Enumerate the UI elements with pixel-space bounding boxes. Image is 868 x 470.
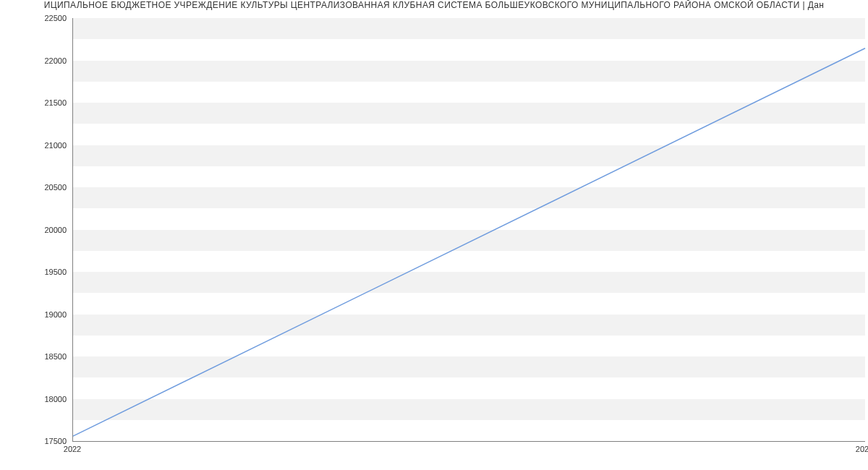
y-tick-label: 20000 (44, 226, 67, 234)
y-tick-label: 20500 (44, 183, 67, 192)
y-tick-label: 22000 (44, 56, 67, 65)
line-series (73, 18, 865, 441)
chart-container: ИЦИПАЛЬНОЕ БЮДЖЕТНОЕ УЧРЕЖДЕНИЕ КУЛЬТУРЫ… (0, 0, 868, 470)
series-line (73, 48, 865, 436)
x-tick-label: 2022 (64, 445, 81, 453)
y-tick-label: 21000 (44, 141, 67, 150)
chart-title: ИЦИПАЛЬНОЕ БЮДЖЕТНОЕ УЧРЕЖДЕНИЕ КУЛЬТУРЫ… (0, 0, 868, 10)
y-tick-label: 18000 (44, 395, 67, 403)
y-tick-label: 19500 (44, 268, 67, 276)
x-tick-label: 2024 (856, 445, 868, 453)
y-tick-label: 18500 (44, 352, 67, 361)
plot-area (72, 18, 865, 442)
y-tick-label: 22500 (44, 14, 67, 22)
y-tick-label: 19000 (44, 310, 67, 319)
y-tick-label: 21500 (44, 98, 67, 107)
